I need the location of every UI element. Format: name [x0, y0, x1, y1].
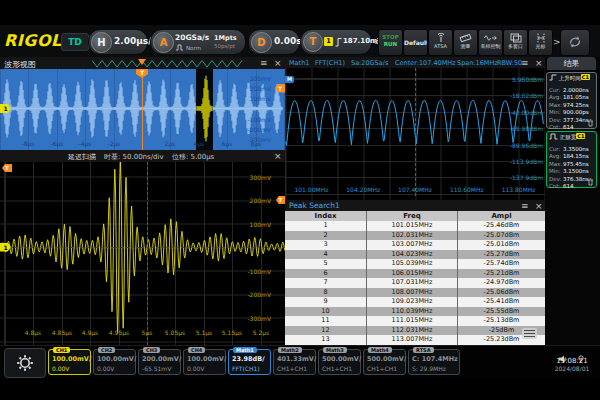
measurement-card-risetime[interactable]: 上升时间C1 Cur:2.0000nsAvg:181.05nsMax:974.2… [546, 72, 597, 129]
acquisition-settings-button[interactable]: 采样控制 [478, 29, 503, 56]
pulse-width-icon [549, 133, 558, 140]
fft-y-label: -89.96dBm [510, 142, 543, 149]
table-row[interactable]: 6106.015MHz-25.21dBm [285, 269, 545, 279]
table-cell: 113.007MHz [367, 335, 458, 345]
table-row[interactable]: 12112.031MHz-25dBm [285, 326, 545, 336]
table-row[interactable]: 9109.023MHz-25.41dBm [285, 297, 545, 307]
table-row[interactable]: 1101.015MHz-25.46dBm [285, 221, 545, 231]
channel-box-ch1[interactable]: CH1100.00mV/Ω0.00V [48, 349, 91, 375]
table-row[interactable]: 8108.007MHz-25.06dBm [285, 288, 545, 298]
acquisition-control[interactable]: A 20GSa/s Norm 1Mpts 50ps/pt [150, 29, 246, 55]
fft-panel: Math1 FFT(CH1) Sa:20GSa/s Center:107.40M… [285, 57, 545, 200]
zoom-y-label: -100mV [247, 268, 271, 275]
peak-search-header[interactable]: Peak Search1 ≡ × [285, 200, 545, 211]
measure-button[interactable]: 测量 [453, 29, 478, 56]
waveview-menu-icon[interactable]: ≡ [260, 58, 268, 68]
table-cell: 109.023MHz [367, 297, 458, 307]
run-stop-button[interactable]: STOP RUN [378, 29, 403, 56]
trigger-status-badge: TD [61, 33, 89, 51]
table-row[interactable]: 3103.007MHz-25.01dBm [285, 240, 545, 250]
d-knob[interactable]: D [251, 32, 272, 53]
table-row[interactable]: 13113.007MHz-25.23dBm [285, 335, 545, 345]
fft-span-label: Span:16MHz [457, 59, 498, 67]
a-knob[interactable]: A [153, 32, 174, 53]
channel-tab: CH2 [98, 347, 115, 353]
fft-y-label: -137.9dBm [510, 174, 543, 181]
table-cell: -25.27dBm [458, 250, 545, 260]
table-row[interactable]: 7107.031MHz-24.97dBm [285, 278, 545, 288]
trigger-source-chip: 1 [324, 37, 333, 46]
table-cell: 105.039MHz [367, 259, 458, 269]
pulse-icon [176, 44, 184, 51]
wave-x-label: 8μs [251, 140, 262, 147]
channel-box-ch4[interactable]: CH4100.00mV/0.00V [183, 349, 226, 375]
channel-box-ch2[interactable]: CH2100.00mV/0.00V [93, 349, 136, 375]
fft-y-label: -42.00dBm [510, 109, 543, 116]
fft-x-label: 104.20MHz [346, 186, 380, 193]
fft-header[interactable]: Math1 FFT(CH1) Sa:20GSa/s Center:107.40M… [285, 57, 545, 68]
fft-y-label: -65.98dBm [510, 125, 543, 132]
memory-overview-strip[interactable] [92, 59, 242, 68]
table-cell: -25.55dBm [458, 307, 545, 317]
channel-box-math3[interactable]: Math3500.00mV/CH1+CH1 [318, 349, 361, 375]
zoom-x-label: 4.9μs [82, 329, 99, 336]
measurement-value: 614 [563, 124, 574, 130]
card-channel-chip: C1 [576, 133, 585, 139]
delayed-sweep-header[interactable]: 延迟扫描 时基: 50.00ns/div 位移: 5.00μs × [0, 150, 285, 162]
card-title: 正脉宽 [560, 134, 577, 140]
waveform-plot-area[interactable]: T 1 T 300mV200mV100mV-100mV-200mV-300mV-… [0, 69, 285, 150]
channel-box-math1[interactable]: Math123.98dB/FFT(CH1) [228, 349, 271, 375]
horizontal-scale-control[interactable]: H 2.00μs/ [88, 29, 148, 55]
table-row[interactable]: 4104.023MHz-25.27dBm [285, 250, 545, 260]
delay-control[interactable]: D 0.00s [248, 29, 300, 55]
fft-x-label: 101.00MHz [294, 186, 328, 193]
wave-x-label: -6μs [51, 140, 64, 147]
zoom-y-label: -300mV [247, 315, 271, 322]
channel-box-math2[interactable]: Math2401.33mV/CH1+CH1 [273, 349, 316, 375]
fft-center-gridline [415, 68, 416, 196]
delayed-sweep-plot-area[interactable]: T 1 T 300mV200mV100mV-100mV-200mV-300mV4… [0, 162, 285, 345]
antenna-icon [435, 33, 447, 43]
measurement-card-pulsewidth[interactable]: 正脉宽C1 Cur:3.3500nsAvg:184.15nsMax:975.45… [546, 131, 597, 188]
math1-position-marker[interactable]: M [285, 76, 294, 83]
table-row[interactable]: 2102.031MHz-25.07dBm [285, 231, 545, 241]
delete-card-icon[interactable] [587, 178, 594, 186]
h-knob[interactable]: H [91, 32, 112, 53]
default-button[interactable]: Default [403, 29, 428, 56]
fft-menu-icon[interactable]: ≡ [521, 58, 529, 68]
table-cell: -25.41dBm [458, 297, 545, 307]
table-cell: -25.01dBm [458, 240, 545, 250]
zoom-y-label: 100mV [250, 221, 271, 228]
table-row[interactable]: 5105.039MHz-25.74dBm [285, 259, 545, 269]
channel-box-math4[interactable]: Math4500.00mV/CH1+CH1 [363, 349, 406, 375]
multi-window-button[interactable]: 多窗口 [503, 29, 528, 56]
waveview-close-icon[interactable]: × [274, 58, 282, 68]
table-row[interactable]: 10110.039MHz-25.55dBm [285, 307, 545, 317]
settings-button[interactable] [4, 348, 46, 378]
zoom-x-label: 5.15μs [222, 329, 242, 336]
sync-button[interactable] [560, 29, 590, 56]
zoom-y-label: -200mV [247, 291, 271, 298]
zoom-close-icon[interactable]: × [274, 151, 282, 161]
clock-block[interactable]: 19:08:21 2024/08/01 [546, 348, 598, 376]
t-knob[interactable]: T [303, 32, 323, 52]
table-row[interactable]: 11111.015MHz-25.13dBm [285, 316, 545, 326]
delayed-sweep-title: 延迟扫描 [68, 152, 96, 162]
measurement-row: Min:900.00ps [549, 105, 595, 112]
delete-card-icon[interactable] [587, 119, 594, 127]
peak-close-icon[interactable]: × [535, 201, 543, 211]
cursor-button[interactable]: 光标 [528, 29, 553, 56]
table-scroll-handle[interactable] [522, 328, 537, 339]
peak-menu-icon[interactable]: ≡ [521, 201, 529, 211]
channel-box-ch3[interactable]: CH3200.00mV/Ω-65.51mV [138, 349, 181, 375]
channel-offset: 0.00V [52, 365, 69, 372]
channel-tab: Math3 [323, 347, 347, 353]
table-cell: -24.97dBm [458, 278, 545, 288]
trigger-control[interactable]: T 1 187.10mV A [300, 29, 372, 55]
measurement-row: Avg:181.05ns [549, 90, 595, 97]
fft-close-icon[interactable]: × [535, 58, 543, 68]
fft-plot-area[interactable]: M 5.960dBm-18.02dBm-42.00dBm-65.98dBm-89… [285, 68, 545, 200]
channel-box-rtsa[interactable]: RTSAC: 107.4MHzS: 29.9MHz [408, 349, 460, 375]
atsa-button[interactable]: ATSA [428, 29, 453, 56]
waveform-view-header[interactable]: 波形视图 ≡ × [0, 57, 285, 69]
